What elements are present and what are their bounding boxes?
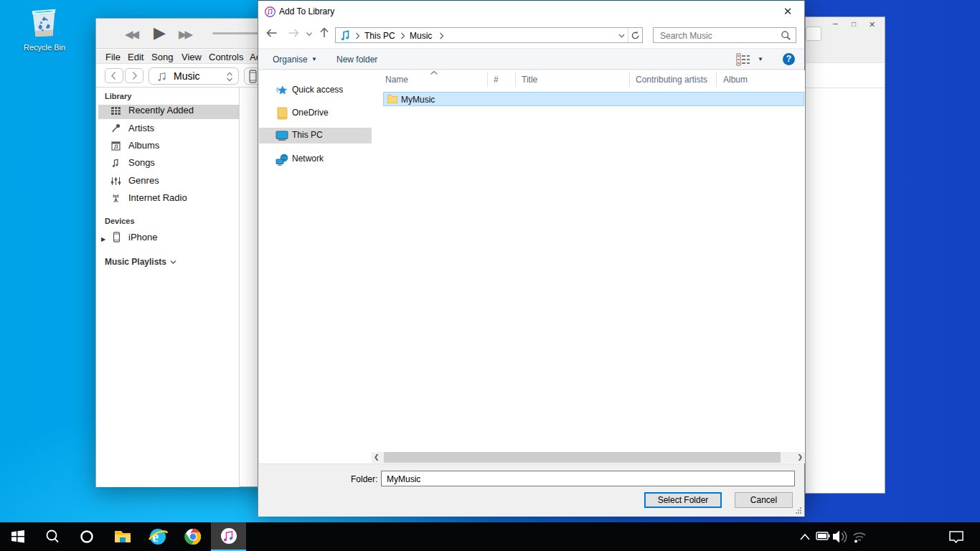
svg-text:e: e <box>152 529 159 545</box>
